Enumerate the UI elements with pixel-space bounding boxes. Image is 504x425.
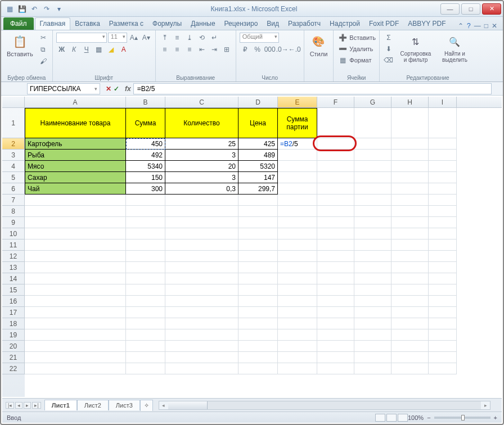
sort-filter-button[interactable]: ⇅ Сортировка и фильтр bbox=[397, 33, 435, 64]
cell-D9[interactable] bbox=[238, 217, 278, 228]
cell-A16[interactable] bbox=[25, 296, 126, 307]
cell-H1[interactable] bbox=[392, 108, 429, 138]
cell-B11[interactable] bbox=[126, 239, 165, 251]
cell-A17[interactable] bbox=[25, 307, 126, 318]
cell-D12[interactable] bbox=[238, 251, 278, 262]
cell-D19[interactable] bbox=[238, 329, 278, 341]
cell-D11[interactable] bbox=[238, 239, 278, 251]
row-head-15[interactable]: 15 bbox=[2, 284, 25, 296]
cell-E17[interactable] bbox=[278, 307, 317, 318]
align-bottom-icon[interactable]: ⤓ bbox=[184, 33, 195, 43]
fill-color-icon[interactable]: ◢ bbox=[106, 44, 117, 55]
row-head-18[interactable]: 18 bbox=[2, 318, 25, 329]
tab-home[interactable]: Главная bbox=[35, 17, 71, 30]
cell-E19[interactable] bbox=[278, 329, 317, 341]
cell-G4[interactable] bbox=[354, 161, 392, 172]
cell-F15[interactable] bbox=[317, 284, 354, 296]
cell-I21[interactable] bbox=[429, 352, 457, 363]
cell-A21[interactable] bbox=[25, 352, 126, 363]
close-button[interactable]: ✕ bbox=[482, 3, 501, 15]
cell-H10[interactable] bbox=[392, 228, 429, 239]
align-left-icon[interactable]: ≡ bbox=[159, 44, 170, 55]
cut-icon[interactable]: ✂ bbox=[38, 33, 49, 43]
cell-C18[interactable] bbox=[165, 318, 238, 329]
cell-I22[interactable] bbox=[429, 363, 457, 374]
cell-C4[interactable]: 20 bbox=[165, 161, 238, 172]
col-head-G[interactable]: G bbox=[354, 97, 392, 107]
sheet-tab-1[interactable]: Лист1 bbox=[44, 400, 77, 410]
cell-H19[interactable] bbox=[392, 329, 429, 341]
cell-B7[interactable] bbox=[126, 195, 165, 206]
sheet-first-icon[interactable]: |◂ bbox=[6, 402, 14, 409]
tab-abbyy[interactable]: ABBYY PDF bbox=[403, 18, 450, 30]
cell-B1[interactable]: Сумма bbox=[126, 108, 165, 138]
row-head-11[interactable]: 11 bbox=[2, 239, 25, 251]
sheet-tab-2[interactable]: Лист2 bbox=[77, 400, 109, 410]
row-head-19[interactable]: 19 bbox=[2, 329, 25, 341]
cell-F13[interactable] bbox=[317, 262, 354, 273]
cell-C21[interactable] bbox=[165, 352, 238, 363]
cell-C2[interactable]: 25 bbox=[165, 138, 238, 150]
cell-I2[interactable] bbox=[429, 138, 457, 150]
col-head-D[interactable]: D bbox=[238, 97, 278, 107]
cell-A12[interactable] bbox=[25, 251, 126, 262]
row-head-13[interactable]: 13 bbox=[2, 262, 25, 273]
scroll-left-icon[interactable]: ◂ bbox=[159, 401, 168, 409]
cell-G9[interactable] bbox=[354, 217, 392, 228]
delete-cells-icon[interactable]: ➖ bbox=[337, 44, 348, 54]
zoom-slider[interactable] bbox=[434, 417, 490, 419]
cell-H7[interactable] bbox=[392, 195, 429, 206]
cell-E18[interactable] bbox=[278, 318, 317, 329]
cell-I1[interactable] bbox=[429, 108, 457, 138]
copy-icon[interactable]: ⧉ bbox=[38, 44, 49, 55]
tab-data[interactable]: Данные bbox=[186, 18, 219, 30]
cell-G10[interactable] bbox=[354, 228, 392, 239]
col-head-A[interactable]: A bbox=[25, 97, 126, 107]
cell-I12[interactable] bbox=[429, 251, 457, 262]
cell-D22[interactable] bbox=[238, 363, 278, 374]
cell-C11[interactable] bbox=[165, 239, 238, 251]
row-head-8[interactable]: 8 bbox=[2, 206, 25, 217]
cell-F8[interactable] bbox=[317, 206, 354, 217]
cell-C9[interactable] bbox=[165, 217, 238, 228]
italic-icon[interactable]: К bbox=[69, 44, 80, 55]
cell-E1[interactable]: Сумма партии bbox=[278, 108, 317, 138]
find-select-button[interactable]: 🔍 Найти и выделить bbox=[437, 33, 472, 64]
cell-G20[interactable] bbox=[354, 341, 392, 352]
cell-H2[interactable] bbox=[392, 138, 429, 150]
cell-F6[interactable] bbox=[317, 183, 354, 195]
cell-G18[interactable] bbox=[354, 318, 392, 329]
cell-F5[interactable] bbox=[317, 172, 354, 183]
font-size-select[interactable]: 11 bbox=[108, 33, 127, 43]
cell-E16[interactable] bbox=[278, 296, 317, 307]
cell-H12[interactable] bbox=[392, 251, 429, 262]
name-box[interactable]: ГИПЕРССЫЛКА bbox=[27, 83, 100, 94]
cell-A4[interactable]: Мясо bbox=[25, 161, 126, 172]
horizontal-scrollbar[interactable]: ◂ ▸ bbox=[159, 401, 490, 410]
cell-C5[interactable]: 3 bbox=[165, 172, 238, 183]
redo-icon[interactable]: ↷ bbox=[42, 4, 52, 14]
cell-D7[interactable] bbox=[238, 195, 278, 206]
cell-F21[interactable] bbox=[317, 352, 354, 363]
cell-H11[interactable] bbox=[392, 239, 429, 251]
format-cells-icon[interactable]: ▦ bbox=[337, 55, 348, 65]
cell-D14[interactable] bbox=[238, 273, 278, 284]
cell-D2[interactable]: 425 bbox=[238, 138, 278, 150]
tab-review[interactable]: Рецензиро bbox=[220, 18, 263, 30]
align-center-icon[interactable]: ≡ bbox=[172, 44, 183, 55]
cell-B6[interactable]: 300 bbox=[126, 183, 165, 195]
cell-G22[interactable] bbox=[354, 363, 392, 374]
cell-I5[interactable] bbox=[429, 172, 457, 183]
row-head-3[interactable]: 3 bbox=[2, 150, 25, 161]
cell-F11[interactable] bbox=[317, 239, 354, 251]
cell-E12[interactable] bbox=[278, 251, 317, 262]
cell-E21[interactable] bbox=[278, 352, 317, 363]
cell-I18[interactable] bbox=[429, 318, 457, 329]
view-layout-icon[interactable] bbox=[386, 414, 397, 422]
cell-E10[interactable] bbox=[278, 228, 317, 239]
shrink-font-icon[interactable]: A▾ bbox=[141, 33, 152, 43]
sheet-last-icon[interactable]: ▸| bbox=[32, 402, 40, 409]
accept-formula-icon[interactable]: ✓ bbox=[114, 85, 119, 93]
row-head-4[interactable]: 4 bbox=[2, 161, 25, 172]
cell-C3[interactable]: 3 bbox=[165, 150, 238, 161]
